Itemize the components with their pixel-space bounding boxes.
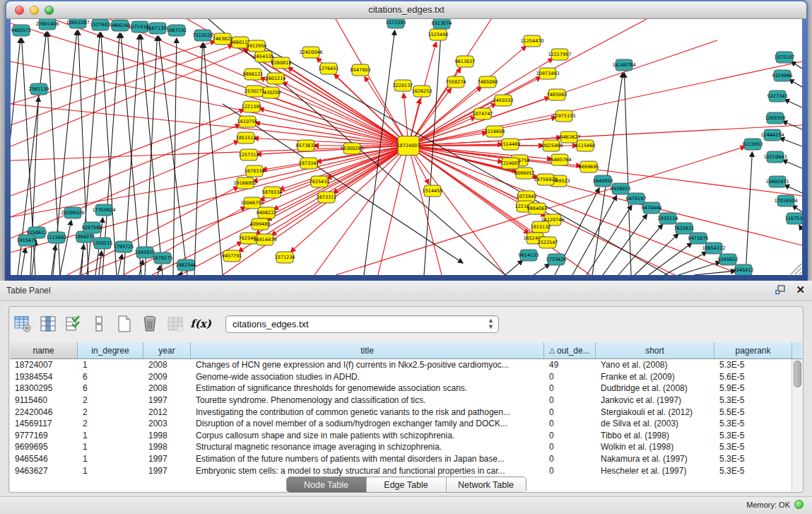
select-rows-icon[interactable]	[64, 315, 83, 333]
graph-node[interactable]: 2522547	[538, 237, 558, 248]
graph-node[interactable]: 1572393	[386, 19, 406, 28]
scrollbar-thumb[interactable]	[794, 361, 801, 387]
graph-node[interactable]: 9115460	[575, 140, 596, 151]
graph-node[interactable]: 1257313	[239, 149, 259, 160]
table-cell[interactable]: Changes of HCN gene expression and I(f) …	[191, 360, 544, 370]
graph-node[interactable]: 9912954	[247, 40, 267, 52]
graph-node[interactable]: 15692971	[765, 176, 789, 187]
graph-node[interactable]: 8573833	[296, 140, 317, 151]
graph-node[interactable]: 12217957	[548, 49, 571, 60]
table-cell[interactable]: 5.3E-5	[714, 454, 792, 464]
graph-node[interactable]: 9329966	[772, 70, 793, 81]
graph-node[interactable]: 1851512	[236, 132, 257, 144]
table-cell[interactable]: Corpus callosum shape and size in male p…	[191, 431, 544, 440]
graph-node[interactable]: 19756928	[534, 174, 557, 185]
table-cell[interactable]: 22420046	[10, 407, 78, 417]
graph-node[interactable]: 17359924	[92, 204, 115, 216]
memory-ok-indicator[interactable]	[794, 500, 804, 509]
graph-node[interactable]: 3915476	[17, 235, 37, 246]
table-cell[interactable]: 5.3E-5	[714, 431, 792, 440]
graph-node[interactable]: 1250515	[93, 238, 113, 249]
graph-node[interactable]: 3220137	[393, 80, 413, 91]
table-cell[interactable]: Estimation of significance thresholds fo…	[191, 383, 544, 393]
graph-node[interactable]: 16148784	[612, 59, 635, 71]
table-cell[interactable]: 0	[544, 442, 596, 452]
graph-node[interactable]: 8601214	[266, 73, 286, 84]
graph-node[interactable]: 1209358	[765, 112, 786, 124]
table-cell[interactable]: Hescheler et al. (1997)	[596, 466, 714, 476]
graph-node[interactable]: 20206526	[61, 207, 84, 218]
graph-node[interactable]: 1571234	[275, 252, 295, 263]
graph-node[interactable]: 27691406	[35, 19, 59, 30]
graph-node[interactable]: 10973493	[536, 68, 559, 79]
graph-node[interactable]: 7485063	[547, 89, 567, 100]
table-cell[interactable]: 1997	[143, 454, 191, 464]
table-row[interactable]: 1938455462009Genome-wide association stu…	[10, 371, 792, 383]
table-cell[interactable]: 0	[544, 372, 596, 382]
table-vertical-scrollbar[interactable]	[792, 359, 802, 491]
graph-node[interactable]: 1640958	[593, 175, 613, 187]
table-cell[interactable]: 6	[78, 383, 143, 393]
table-cell[interactable]: 5.3E-5	[714, 395, 792, 405]
graph-node[interactable]: 9227343	[767, 90, 788, 102]
graph-node[interactable]: 16495764	[548, 154, 571, 165]
graph-node[interactable]: 10025488	[539, 140, 563, 151]
graph-node[interactable]: 8547903	[351, 64, 371, 76]
table-cell[interactable]: 0	[544, 383, 596, 393]
graph-node[interactable]: 12444154	[760, 129, 784, 141]
table-cell[interactable]: 1997	[143, 395, 191, 405]
graph-node[interactable]: 9405571	[11, 25, 32, 36]
table-cell[interactable]: Yano et al. (2008)	[596, 360, 714, 370]
graph-node[interactable]: 8215953	[743, 139, 763, 150]
graph-node[interactable]: 7632621	[674, 223, 695, 234]
table-cell[interactable]: 0	[544, 407, 596, 417]
network-window-titlebar[interactable]: citations_edges.txt	[6, 1, 806, 19]
table-cell[interactable]: 0	[544, 419, 596, 428]
column-header-in_degree[interactable]: in_degree	[78, 342, 143, 358]
graph-node[interactable]: 9245652	[718, 254, 739, 265]
table-source-dropdown[interactable]: citations_edges.txt ▲▼	[225, 315, 499, 333]
graph-node[interactable]: 7558274	[446, 76, 466, 88]
graph-node[interactable]: 8471676	[688, 233, 709, 244]
table-cell[interactable]: Genome-wide association studies in ADHD.	[191, 372, 544, 382]
table-cell[interactable]: 9463627	[10, 466, 78, 476]
graph-node[interactable]: 1514455	[423, 185, 443, 197]
graph-node[interactable]: 9699695	[579, 161, 599, 173]
graph-node[interactable]: 9613027	[455, 56, 476, 67]
table-cell[interactable]: Estimation of the future numbers of pati…	[191, 454, 544, 464]
table-cell[interactable]: Stergiakouli et al. (2012)	[596, 407, 714, 417]
graph-node[interactable]: 12975155	[552, 110, 575, 122]
table-row[interactable]: 969969511998Structural magnetic resonanc…	[10, 441, 792, 453]
graph-node[interactable]: 1815132	[531, 221, 551, 233]
graph-node[interactable]: 17016504	[774, 195, 797, 206]
table-cell[interactable]: de Silva et al. (2003)	[596, 419, 714, 428]
graph-node[interactable]: 1795725	[114, 241, 134, 252]
table-cell[interactable]: Investigating the contribution of common…	[191, 407, 544, 417]
tab-network-table[interactable]: Network Table	[447, 477, 526, 492]
table-cell[interactable]: 2	[78, 419, 143, 428]
graph-node[interactable]: 1678334	[245, 165, 265, 177]
table-cell[interactable]: 2	[78, 395, 143, 405]
graph-node[interactable]: 8313074	[432, 19, 452, 29]
graph-node[interactable]: 7515526	[193, 30, 213, 41]
table-cell[interactable]: 2	[78, 407, 143, 417]
table-cell[interactable]: 2003	[143, 419, 191, 428]
new-table-icon[interactable]	[115, 315, 134, 333]
graph-node[interactable]: 1626253	[412, 86, 433, 97]
table-cell[interactable]: 0	[544, 431, 596, 440]
table-cell[interactable]: Wolkin et al. (1998)	[596, 442, 714, 452]
table-row[interactable]: 911546021997Tourette syndrome. Phenomeno…	[10, 395, 792, 407]
table-cell[interactable]: 49	[544, 360, 596, 370]
table-cell[interactable]: 2012	[143, 407, 191, 417]
graph-node[interactable]: 22420046	[299, 47, 322, 58]
graph-node[interactable]: 10653287	[66, 19, 89, 28]
table-cell[interactable]: Tibbo et al. (1998)	[596, 431, 714, 440]
graph-node[interactable]: 18724007	[396, 136, 420, 156]
graph-node[interactable]: 1525490	[428, 29, 449, 40]
graph-node[interactable]: 2561139	[29, 83, 49, 95]
graph-node[interactable]: 9896121	[243, 69, 264, 80]
table-cell[interactable]: 2008	[143, 383, 191, 393]
table-cell[interactable]: 5.3E-5	[714, 360, 792, 370]
network-canvas[interactable]: 9405571276914061065328715276029466160107…	[11, 19, 802, 275]
graph-node[interactable]: 2935114	[658, 213, 678, 224]
